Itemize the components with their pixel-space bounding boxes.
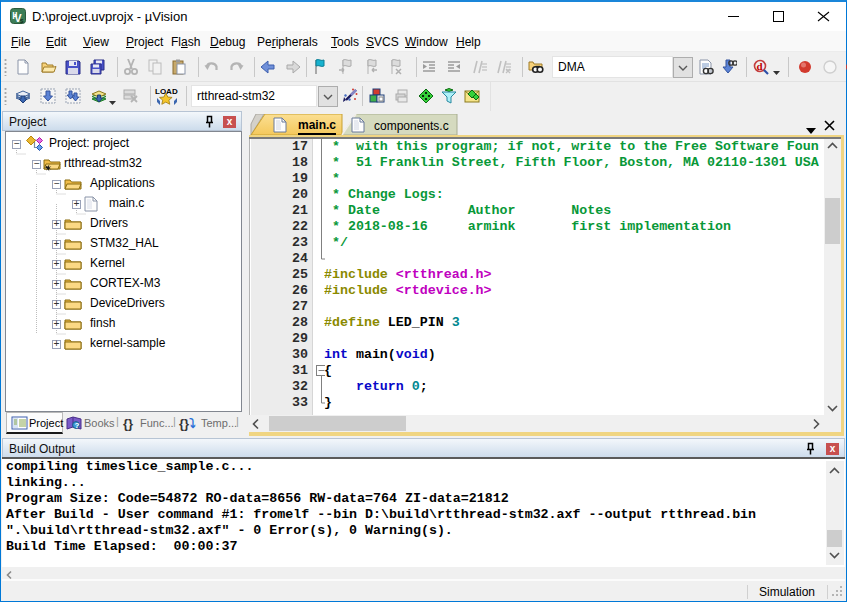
svg-text:d: d bbox=[757, 60, 763, 72]
svg-text:?: ? bbox=[75, 421, 80, 430]
svg-text:s: s bbox=[20, 17, 24, 24]
